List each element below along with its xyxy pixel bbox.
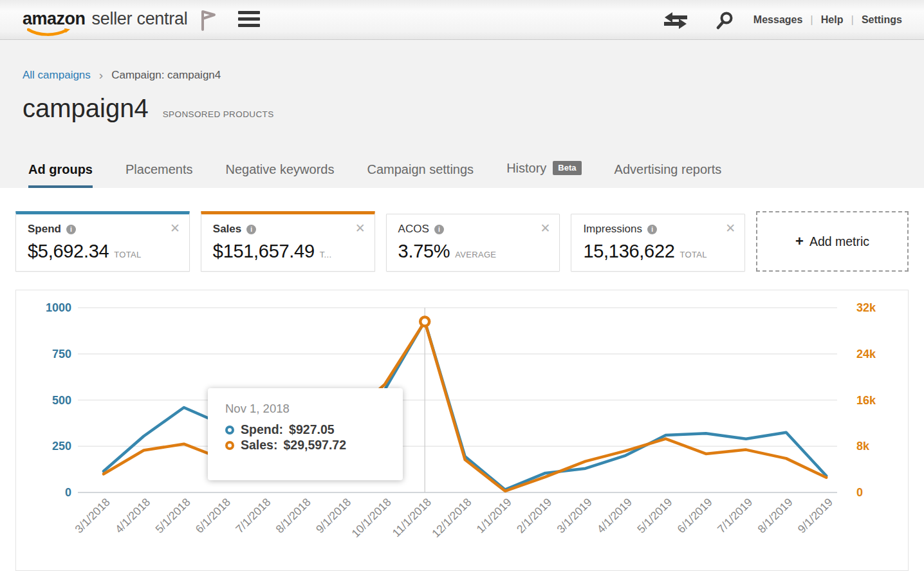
tab-campaign-settings[interactable]: Campaign settings — [367, 162, 474, 188]
right-axis-tick: 0 — [856, 486, 863, 499]
metric-name: ACOS — [398, 223, 429, 236]
tooltip-sales-label: Sales: — [241, 438, 277, 452]
x-axis-label: 3/1/2018 — [73, 496, 113, 536]
messages-link[interactable]: Messages — [746, 14, 811, 26]
info-icon[interactable]: i — [647, 225, 657, 234]
sales-dot-icon — [225, 441, 234, 450]
campaign-title-row: campaign4 SPONSORED PRODUCTS — [23, 94, 274, 123]
metric-qualifier: TOTAL — [680, 250, 707, 259]
settings-link[interactable]: Settings — [854, 14, 902, 26]
x-axis-label: 9/1/2019 — [795, 496, 835, 536]
top-navigation-bar: amazon seller central Messages | Help | … — [0, 0, 924, 40]
x-axis-label: 5/1/2018 — [152, 496, 192, 536]
hamburger-menu-icon[interactable] — [238, 11, 261, 29]
right-axis-tick: 32k — [856, 301, 876, 314]
chart-svg: 002508k50016k75024k100032k3/1/20184/1/20… — [16, 290, 908, 570]
breadcrumb-all-campaigns-link[interactable]: All campaigns — [23, 69, 91, 82]
marketplace-flag-icon[interactable] — [198, 8, 219, 32]
x-axis-label: 3/1/2019 — [554, 496, 594, 536]
top-nav-links: Messages | Help | Settings — [746, 14, 902, 26]
page-title: campaign4 — [23, 94, 149, 123]
tooltip-sales-value: $29,597.72 — [283, 438, 346, 452]
tooltip-sales-row: Sales:$29,597.72 — [225, 438, 403, 453]
left-axis-tick: 250 — [52, 440, 71, 453]
breadcrumb-current: Campaign: campaign4 — [111, 69, 221, 82]
metric-card-spend[interactable]: Spend i ✕ $5,692.34 TOTAL — [15, 211, 190, 272]
tab-placements[interactable]: Placements — [125, 162, 193, 188]
x-axis-label: 6/1/2018 — [193, 496, 233, 536]
x-axis-label: 7/1/2018 — [233, 496, 273, 536]
help-link[interactable]: Help — [813, 14, 851, 26]
x-axis-label: 4/1/2018 — [113, 496, 152, 536]
x-axis-label: 10/1/2018 — [349, 496, 393, 540]
amazon-logo-text: amazon — [23, 9, 86, 29]
x-axis-label: 8/1/2019 — [755, 496, 795, 536]
tab-ad-groups[interactable]: Ad groups — [28, 162, 93, 188]
metric-qualifier: T... — [320, 250, 332, 259]
tooltip-date: Nov 1, 2018 — [225, 402, 403, 416]
add-metric-button[interactable]: + Add metric — [756, 211, 909, 272]
beta-badge: Beta — [553, 161, 581, 175]
x-axis-label: 2/1/2019 — [514, 496, 554, 536]
amazon-seller-central-logo[interactable]: amazon seller central — [23, 9, 187, 29]
metric-card-acos[interactable]: ACOS i ✕ 3.75% AVERAGE — [386, 214, 560, 272]
right-axis-tick: 8k — [856, 440, 870, 453]
plus-icon: + — [795, 233, 804, 250]
x-axis-label: 9/1/2018 — [313, 496, 353, 536]
metric-card-impressions[interactable]: Impressions i ✕ 15,136,622 TOTAL — [571, 214, 745, 272]
left-axis-tick: 500 — [52, 394, 71, 407]
x-axis-label: 4/1/2019 — [595, 496, 634, 536]
metric-value: $5,692.34 — [28, 241, 109, 262]
right-axis-tick: 24k — [856, 348, 876, 360]
left-axis-tick: 0 — [65, 486, 71, 499]
close-icon[interactable]: ✕ — [725, 221, 735, 236]
close-icon[interactable]: ✕ — [170, 221, 180, 236]
x-axis-label: 5/1/2019 — [634, 496, 674, 536]
close-icon[interactable]: ✕ — [540, 221, 550, 236]
tab-negative-keywords[interactable]: Negative keywords — [226, 162, 335, 188]
metric-name: Spend — [28, 223, 61, 236]
breadcrumb: All campaigns › Campaign: campaign4 — [23, 68, 221, 82]
x-axis-label: 1/1/2019 — [474, 496, 514, 536]
campaign-tabs: Ad groups Placements Negative keywords C… — [28, 161, 721, 188]
x-axis-label: 11/1/2018 — [390, 496, 434, 539]
spend-dot-icon — [225, 426, 234, 435]
metric-value: 3.75% — [398, 241, 450, 262]
campaign-header-band: All campaigns › Campaign: campaign4 camp… — [0, 40, 924, 188]
switch-accounts-icon[interactable] — [663, 12, 688, 30]
x-axis-label: 8/1/2018 — [273, 496, 313, 536]
metric-cards-row: Spend i ✕ $5,692.34 TOTAL Sales i ✕ $151… — [15, 211, 909, 272]
info-icon[interactable]: i — [434, 225, 444, 234]
metric-value: 15,136,622 — [583, 241, 674, 262]
tooltip-spend-row: Spend:$927.05 — [225, 422, 403, 437]
tooltip-spend-label: Spend: — [241, 422, 283, 436]
metric-qualifier: AVERAGE — [455, 250, 496, 259]
search-icon[interactable] — [716, 12, 735, 30]
seller-central-logo-text: seller central — [92, 9, 188, 29]
metric-qualifier: TOTAL — [114, 250, 141, 259]
tab-advertising-reports[interactable]: Advertising reports — [614, 162, 722, 188]
performance-chart-panel: 002508k50016k75024k100032k3/1/20184/1/20… — [15, 290, 909, 571]
metric-card-sales[interactable]: Sales i ✕ $151,657.49 T... — [201, 211, 375, 272]
amazon-smile-icon — [27, 28, 72, 36]
info-icon[interactable]: i — [66, 225, 76, 234]
metric-name: Sales — [213, 223, 241, 236]
metric-name: Impressions — [583, 223, 642, 236]
tab-history[interactable]: HistoryBeta — [506, 161, 581, 188]
chart-tooltip: Nov 1, 2018 Spend:$927.05 Sales:$29,597.… — [208, 388, 403, 480]
info-icon[interactable]: i — [246, 225, 256, 234]
tooltip-spend-value: $927.05 — [289, 422, 335, 436]
tab-history-label: History — [506, 161, 546, 175]
chevron-right-icon: › — [99, 68, 103, 82]
metric-value: $151,657.49 — [213, 241, 315, 262]
campaign-type-label: SPONSORED PRODUCTS — [163, 109, 274, 119]
highlight-marker[interactable] — [420, 317, 429, 326]
left-axis-tick: 750 — [52, 348, 71, 360]
right-axis-tick: 16k — [856, 394, 876, 407]
add-metric-label: Add metric — [809, 234, 869, 249]
close-icon[interactable]: ✕ — [355, 221, 365, 236]
x-axis-label: 12/1/2018 — [429, 496, 474, 540]
left-axis-tick: 1000 — [46, 301, 71, 314]
x-axis-label: 7/1/2019 — [715, 496, 755, 536]
x-axis-label: 6/1/2019 — [675, 496, 715, 536]
